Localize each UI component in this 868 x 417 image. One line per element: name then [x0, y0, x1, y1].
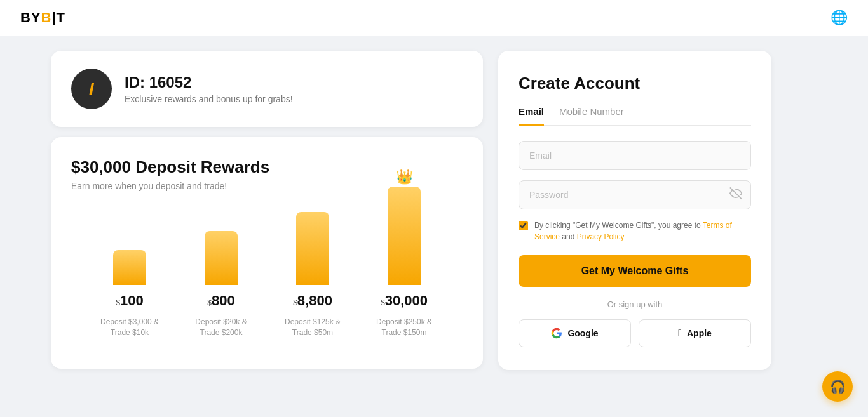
header: BYB|T 🌐 — [0, 0, 868, 36]
google-signup-button[interactable]: Google — [519, 319, 631, 347]
bar-2 — [205, 231, 238, 285]
dollar-4: $ — [381, 298, 385, 307]
bar-wrapper-4: 👑 — [388, 183, 421, 285]
toggle-password-icon[interactable] — [729, 187, 742, 203]
terms-checkbox[interactable] — [519, 221, 528, 230]
password-group — [519, 180, 751, 209]
bar-wrapper-3 — [296, 183, 329, 285]
number-4: 30,000 — [385, 293, 428, 308]
amount-label-3: $8,800 — [293, 293, 332, 309]
or-divider: Or sign up with — [519, 300, 751, 309]
chart-item-3: $8,800 Deposit $125k &Trade $50m — [267, 183, 358, 338]
bar-4: 👑 — [388, 187, 421, 285]
terms-row: By clicking "Get My Welcome Gifts", you … — [519, 220, 751, 242]
amount-label-2: $800 — [207, 293, 234, 309]
tab-mobile[interactable]: Mobile Number — [559, 106, 624, 126]
id-subtitle: Exclusive rewards and bonus up for grabs… — [125, 94, 293, 104]
main-content: I ID: 16052 Exclusive rewards and bonus … — [0, 36, 868, 385]
crown-icon: 👑 — [396, 169, 413, 185]
email-group — [519, 141, 751, 170]
get-welcome-gifts-button[interactable]: Get My Welcome Gifts — [519, 255, 751, 287]
bar-3 — [296, 212, 329, 285]
language-button[interactable]: 🌐 — [831, 10, 848, 26]
desc-3: Deposit $125k &Trade $50m — [285, 317, 341, 338]
create-account-panel: Create Account Email Mobile Number — [498, 51, 771, 370]
headset-icon: 🎧 — [830, 379, 846, 394]
terms-text: By clicking "Get My Welcome Gifts", you … — [534, 220, 751, 242]
number-3: 8,800 — [297, 293, 332, 308]
terms-link[interactable]: Terms of Service — [534, 221, 732, 241]
deposit-chart: $100 Deposit $3,000 &Trade $10k $800 Dep… — [71, 211, 463, 338]
apple-signup-button[interactable]:  Apple — [639, 319, 751, 347]
privacy-link[interactable]: Privacy Policy — [577, 232, 625, 241]
id-card: I ID: 16052 Exclusive rewards and bonus … — [51, 51, 483, 127]
id-info: ID: 16052 Exclusive rewards and bonus up… — [125, 74, 293, 104]
bar-1 — [113, 250, 146, 285]
amount-label-1: $100 — [116, 293, 143, 309]
auth-tabs: Email Mobile Number — [519, 106, 751, 126]
password-input[interactable] — [519, 180, 751, 209]
number-2: 800 — [212, 293, 235, 308]
avatar: I — [71, 69, 112, 109]
id-label: ID: 16052 — [125, 74, 293, 91]
chart-item-2: $800 Deposit $20k &Trade $200k — [175, 183, 267, 338]
apple-icon:  — [678, 328, 682, 339]
create-account-title: Create Account — [519, 74, 751, 93]
support-button[interactable]: 🎧 — [822, 371, 853, 402]
desc-1: Deposit $3,000 &Trade $10k — [100, 317, 159, 338]
social-buttons: Google  Apple — [519, 319, 751, 347]
chart-item-1: $100 Deposit $3,000 &Trade $10k — [84, 183, 175, 338]
rewards-card: $30,000 Deposit Rewards Earn more when y… — [51, 137, 483, 369]
left-panel: I ID: 16052 Exclusive rewards and bonus … — [51, 51, 483, 369]
tab-email[interactable]: Email — [519, 106, 544, 126]
desc-2: Deposit $20k &Trade $200k — [195, 317, 247, 338]
google-label: Google — [567, 328, 598, 338]
number-1: 100 — [120, 293, 144, 308]
email-input[interactable] — [519, 141, 751, 170]
logo: BYB|T — [20, 10, 65, 26]
desc-4: Deposit $250k &Trade $150m — [376, 317, 432, 338]
amount-label-4: $30,000 — [381, 293, 428, 309]
apple-label: Apple — [687, 328, 712, 338]
bar-wrapper-1 — [113, 183, 146, 285]
dollar-2: $ — [207, 298, 212, 307]
dollar-3: $ — [293, 298, 297, 307]
avatar-letter: I — [89, 79, 94, 99]
google-icon — [551, 328, 562, 339]
dollar-1: $ — [116, 298, 120, 307]
bar-wrapper-2 — [205, 183, 238, 285]
password-wrapper — [519, 180, 751, 209]
chart-item-4: 👑 $30,000 Deposit $250k &Trade $150m — [358, 183, 450, 338]
